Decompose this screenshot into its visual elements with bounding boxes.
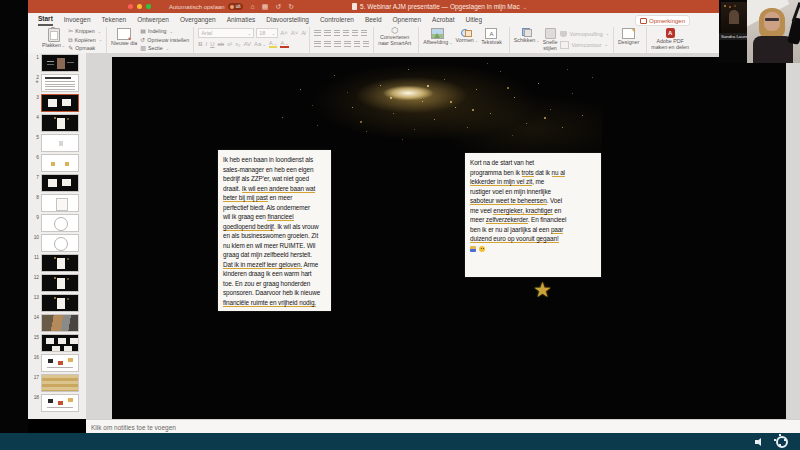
slide-thumbnail-3[interactable] [41, 94, 79, 112]
slide-thumbnail-16[interactable] [41, 354, 79, 372]
gold-dust-image[interactable] [262, 57, 602, 157]
autosave-toggle[interactable]: Automatisch opslaan uit [169, 3, 243, 10]
cut-button[interactable]: ✂Knippen [68, 28, 102, 34]
numbering-icon[interactable] [324, 30, 331, 36]
slide-thumbnail-9[interactable] [41, 214, 79, 232]
home-icon[interactable]: ⌂ [250, 0, 254, 13]
shapes-button[interactable]: Vormen [456, 28, 479, 44]
title-caret-icon[interactable]: ⌄ [523, 4, 527, 10]
slide-thumbnail-8[interactable] [41, 194, 79, 212]
subscript-button[interactable]: x₂ [235, 41, 240, 47]
tab-diavoorstelling[interactable]: Diavoorstelling [266, 14, 309, 25]
textbox-button[interactable]: A Tekstvak [481, 28, 502, 46]
line-spacing-icon[interactable] [352, 30, 358, 36]
close-window-button[interactable] [128, 4, 133, 9]
slide-thumbnail-2[interactable] [41, 74, 79, 92]
bold-button[interactable]: B [198, 41, 202, 47]
tab-beeld[interactable]: Beeld [365, 14, 382, 25]
tab-tekenen[interactable]: Tekenen [102, 14, 127, 25]
slide-thumbnail-18[interactable] [41, 394, 79, 412]
redo-icon[interactable]: ↻ [288, 0, 294, 13]
format-painter-button[interactable]: ✎Opmaak [68, 45, 102, 51]
decrease-indent-icon[interactable] [334, 30, 340, 36]
slide-thumbnail-12[interactable] [41, 274, 79, 292]
slide-thumbnail-7[interactable] [41, 174, 79, 192]
picture-icon [431, 28, 444, 39]
tab-ontwerpen[interactable]: Ontwerpen [137, 14, 169, 25]
columns-icon[interactable] [354, 41, 360, 47]
tab-start[interactable]: Start [38, 13, 53, 26]
justify-icon[interactable] [344, 41, 351, 47]
slide-thumbnail-4[interactable] [41, 114, 79, 132]
minimize-window-button[interactable] [137, 4, 142, 9]
settings-gear-icon[interactable] [776, 436, 788, 448]
highlight-button[interactable]: A [269, 40, 277, 48]
tab-invoegen[interactable]: Invoegen [64, 14, 91, 25]
increase-indent-icon[interactable] [343, 30, 349, 36]
text-direction-icon[interactable] [361, 30, 367, 36]
underline-button[interactable]: U [210, 41, 214, 47]
left-text-box[interactable]: Ik heb een baan in loondienst alssales-m… [218, 150, 331, 311]
gold-star-shape[interactable]: ★ [533, 279, 552, 300]
align-text-icon[interactable] [363, 41, 369, 47]
superscript-button[interactable]: x² [227, 41, 232, 47]
align-center-icon[interactable] [324, 41, 331, 47]
grid-icon[interactable]: ▦ [262, 0, 269, 13]
tab-acrobat[interactable]: Acrobat [432, 14, 454, 25]
font-size-select[interactable]: 18 [256, 28, 278, 38]
shape-fill-button[interactable]: Vormopvulling [560, 31, 609, 37]
grow-font-button[interactable]: A˄ [280, 30, 288, 36]
slide-thumbnail-10[interactable] [41, 234, 79, 252]
picture-button[interactable]: Afbeelding [423, 28, 452, 46]
adobe-pdf-button[interactable]: A Adobe PDFmaken en delen [651, 28, 689, 51]
presenter-video-tile[interactable] [747, 0, 800, 63]
tab-opnemen[interactable]: Opnemen [393, 14, 422, 25]
section-button[interactable]: ▥Sectie [140, 45, 189, 51]
convert-smartart-button[interactable]: ⬡ Converterennaar SmartArt [378, 28, 411, 47]
font-name-select[interactable]: Arial [198, 28, 254, 38]
align-left-icon[interactable] [314, 41, 321, 47]
shrink-font-button[interactable]: A˅ [291, 30, 299, 36]
notes-pane[interactable]: Klik om notities toe te voegen [86, 419, 800, 434]
layout-button[interactable]: ▤Indeling [140, 28, 189, 34]
bullets-icon[interactable] [314, 30, 321, 36]
slide-thumbnail-1[interactable] [41, 54, 79, 72]
slide-thumbnail-6[interactable] [41, 154, 79, 172]
new-slide-button[interactable]: Nieuwe dia [111, 28, 137, 47]
reset-button[interactable]: ↺Opnieuw instellen [140, 37, 189, 43]
designer-button[interactable]: Designer [618, 28, 639, 46]
slide-thumbnail-17[interactable] [41, 374, 79, 392]
comments-button[interactable]: Opmerkingen [635, 15, 690, 26]
tab-animaties[interactable]: Animaties [227, 14, 256, 25]
autosave-switch[interactable]: uit [228, 3, 244, 10]
arrange-button[interactable]: Schikken [514, 28, 540, 44]
undo-icon[interactable]: ↺ [275, 0, 281, 13]
participant-video-tile[interactable] [721, 2, 747, 33]
align-right-icon[interactable] [334, 41, 341, 47]
copy-button[interactable]: ⧉Kopiëren [68, 37, 102, 43]
slide-canvas[interactable]: Ik heb een baan in loondienst alssales-m… [112, 57, 786, 419]
right-text-box[interactable]: Kort na de start van hetprogramma ben ik… [465, 153, 601, 277]
speaker-icon[interactable] [755, 438, 764, 446]
tab-uitleg[interactable]: Uitleg [465, 14, 482, 25]
slide-thumbnail-13[interactable] [41, 294, 79, 312]
webcam-overlay[interactable]: Sandra Lauren [719, 0, 800, 63]
window-controls[interactable] [128, 4, 155, 9]
slide-thumbnail-11[interactable] [41, 254, 79, 272]
tab-overgangen[interactable]: Overgangen [180, 14, 216, 25]
italic-button[interactable]: I [205, 41, 207, 47]
char-spacing-button[interactable]: AV [244, 41, 252, 47]
clear-format-button[interactable]: A̸ [301, 30, 305, 36]
change-case-button[interactable]: Aa [254, 41, 266, 47]
slide-thumbnail-5[interactable] [41, 134, 79, 152]
strikethrough-button[interactable]: ab [218, 41, 225, 47]
zoom-window-button[interactable] [146, 4, 151, 9]
shape-outline-button[interactable]: Vormcontour [560, 41, 609, 49]
ribbon-controls: Plakken ✂Knippen ⧉Kopiëren ✎Opmaak Nieuw… [38, 27, 696, 52]
font-color-button[interactable]: A [280, 40, 288, 48]
quick-styles-button[interactable]: Snellestijlen [543, 28, 558, 52]
tab-controleren[interactable]: Controleren [320, 14, 354, 25]
slide-thumbnail-15[interactable] [41, 334, 79, 352]
paste-button[interactable]: Plakken [42, 28, 65, 49]
slide-thumbnail-14[interactable] [41, 314, 79, 332]
